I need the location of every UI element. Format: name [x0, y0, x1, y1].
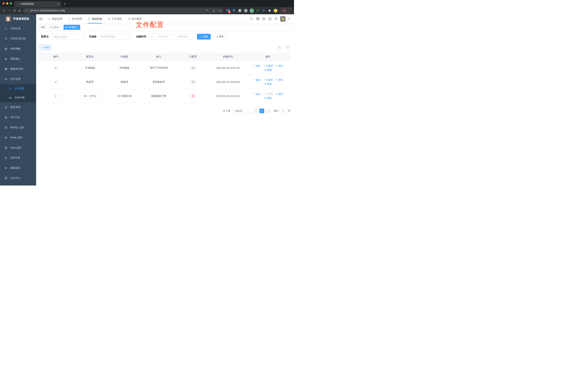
- share-icon: [276, 93, 278, 95]
- action-label: 测试: [278, 64, 283, 68]
- cell-storage: 数据库: [107, 75, 142, 89]
- tag-personal-center[interactable]: 个人中心 ×: [48, 25, 63, 30]
- tab-reports[interactable]: 统计报表: [125, 14, 145, 23]
- tab-system-management[interactable]: 系统管理: [45, 14, 65, 23]
- close-icon[interactable]: ×: [77, 26, 78, 29]
- bookmark-star-icon[interactable]: [219, 9, 221, 12]
- browser-toolbar: 127.0.0.1:1024/infra/file/file-config 11…: [0, 7, 294, 14]
- delete-action[interactable]: 删除: [264, 82, 272, 86]
- command-extension-icon[interactable]: ⌘: [238, 9, 242, 13]
- new-tab-button[interactable]: +: [63, 2, 66, 6]
- action-label: 删除: [267, 68, 272, 72]
- test-action[interactable]: 测试: [276, 64, 283, 68]
- url-text[interactable]: 127.0.0.1:1024/infra/file/file-config: [30, 9, 202, 12]
- refresh-table-button[interactable]: [285, 45, 290, 50]
- forward-button[interactable]: [7, 8, 12, 13]
- sidebar-item-db-doc[interactable]: 数据库文档: [0, 64, 36, 74]
- storage-select[interactable]: 请选择存储器: [99, 34, 132, 40]
- name-filter-input[interactable]: [51, 34, 84, 40]
- pinned-extension-icon[interactable]: 11: [226, 9, 230, 13]
- site-info-icon[interactable]: [25, 9, 28, 12]
- edit-action[interactable]: 修改: [253, 64, 261, 68]
- sidebar-item-config-management[interactable]: 配置管理: [0, 102, 36, 112]
- yen-icon: [68, 18, 71, 21]
- share-icon[interactable]: [212, 9, 215, 12]
- next-page-button[interactable]: [265, 108, 270, 113]
- sidebar-item-java-monitor[interactable]: Java 监控: [0, 143, 36, 153]
- sidebar-item-trace[interactable]: 链路追踪: [0, 163, 36, 173]
- sidebar-logo[interactable]: 芋道管理系统: [0, 14, 36, 23]
- sidebar-item-api-log[interactable]: API 日志: [0, 112, 36, 122]
- sidebar-item-file-config[interactable]: 文件配置: [0, 84, 36, 93]
- home-button[interactable]: [17, 8, 22, 13]
- test-action[interactable]: 测试: [276, 78, 283, 82]
- toggle-search-button[interactable]: [277, 45, 283, 50]
- tag-file-config[interactable]: 文件配置 ×: [63, 25, 80, 30]
- tab-close-icon[interactable]: ×: [58, 2, 59, 5]
- tab-infrastructure[interactable]: 基础设施: [85, 14, 105, 23]
- sidebar-fold-icon[interactable]: [39, 17, 43, 21]
- dot-extension-icon[interactable]: [244, 9, 248, 13]
- page-size-select[interactable]: 10条/页: [233, 108, 250, 113]
- extensions-area: 11 ⌘ y ☺: [226, 9, 278, 13]
- address-bar[interactable]: 127.0.0.1:1024/infra/file/file-config: [23, 8, 224, 13]
- master-config-action[interactable]: 主配置: [263, 78, 273, 82]
- tag-home[interactable]: 首页: [39, 25, 47, 30]
- sidebar-item-scheduled-tasks[interactable]: 定时任务: [0, 153, 36, 163]
- prev-page-button[interactable]: [253, 108, 258, 113]
- search-button[interactable]: 搜索: [197, 34, 211, 40]
- emoji-extension-icon[interactable]: ☺: [273, 9, 278, 13]
- briefcase-icon: [108, 18, 111, 21]
- date-range-picker[interactable]: 开始日期 - 结束日期: [149, 34, 192, 40]
- back-button[interactable]: [2, 8, 7, 13]
- add-button[interactable]: 新增: [39, 45, 51, 50]
- browser-menu-icon[interactable]: ⋮: [287, 9, 290, 12]
- font-size-icon[interactable]: TT: [274, 17, 277, 21]
- edit-action[interactable]: 修改: [253, 78, 261, 82]
- search-icon[interactable]: [250, 17, 253, 21]
- sidebar-item-file-management[interactable]: 文件管理: [0, 74, 36, 84]
- close-icon[interactable]: ×: [59, 26, 61, 29]
- reset-button[interactable]: 重置: [213, 34, 226, 40]
- gem-extension-icon[interactable]: [232, 9, 236, 13]
- help-icon[interactable]: [262, 17, 265, 21]
- window-close-button[interactable]: [2, 2, 5, 4]
- target-extension-icon[interactable]: [262, 9, 266, 13]
- sidebar-item-file-list[interactable]: 文件列表: [0, 93, 36, 102]
- browser-tab[interactable]: 芋道管理系统 ×: [14, 1, 61, 7]
- master-config-action[interactable]: 主配置: [263, 64, 273, 68]
- fullscreen-icon[interactable]: [268, 17, 272, 21]
- page-number-1[interactable]: 1: [259, 108, 264, 113]
- window-minimize-button[interactable]: [6, 2, 8, 4]
- browser-chrome: 芋道管理系统 × + 127.0.0.1:1024/infra/file/fil…: [0, 0, 294, 14]
- user-menu-caret-icon[interactable]: [288, 18, 290, 21]
- window-zoom-button[interactable]: [10, 2, 12, 4]
- sidebar-item-code-demo[interactable]: 代码生成示例: [0, 34, 36, 44]
- sidebar-item-form-builder[interactable]: 表单构建: [0, 44, 36, 54]
- test-action[interactable]: 测试: [276, 93, 283, 96]
- sidebar-item-log-center[interactable]: 日志中心: [0, 173, 36, 183]
- browser-update-button[interactable]: 更新 ⋮: [280, 8, 291, 13]
- sidebar-item-code-gen[interactable]: 代码生成: [0, 23, 36, 34]
- goto-page-input[interactable]: [280, 108, 287, 113]
- y-extension-icon[interactable]: y: [250, 9, 254, 13]
- star-extension-icon[interactable]: [256, 9, 260, 13]
- puzzle-extension-icon[interactable]: [268, 9, 272, 13]
- reset-button-label: 重置: [219, 35, 224, 38]
- tab-payment-management[interactable]: 支付管理: [65, 14, 85, 23]
- magnet-icon: [263, 65, 265, 67]
- delete-action[interactable]: 删除: [264, 96, 272, 100]
- cell-remark: 测试下本地存储: [142, 61, 176, 75]
- tab-workflow[interactable]: 工作流程: [105, 14, 125, 23]
- avatar[interactable]: [280, 16, 285, 22]
- github-icon[interactable]: [256, 17, 259, 21]
- sidebar-item-redis-monitor[interactable]: Redis 监控: [0, 133, 36, 143]
- key-icon[interactable]: [206, 9, 209, 12]
- edit-action[interactable]: 修改: [253, 93, 261, 96]
- delete-action[interactable]: 删除: [264, 68, 272, 72]
- table-toolbar: 新增: [36, 40, 294, 50]
- search-button-label: 搜索: [203, 35, 208, 38]
- reload-button[interactable]: [12, 8, 17, 13]
- sidebar-item-mysql-monitor[interactable]: MySQL 监控: [0, 122, 36, 133]
- sidebar-item-system-api[interactable]: 系统接口: [0, 54, 36, 64]
